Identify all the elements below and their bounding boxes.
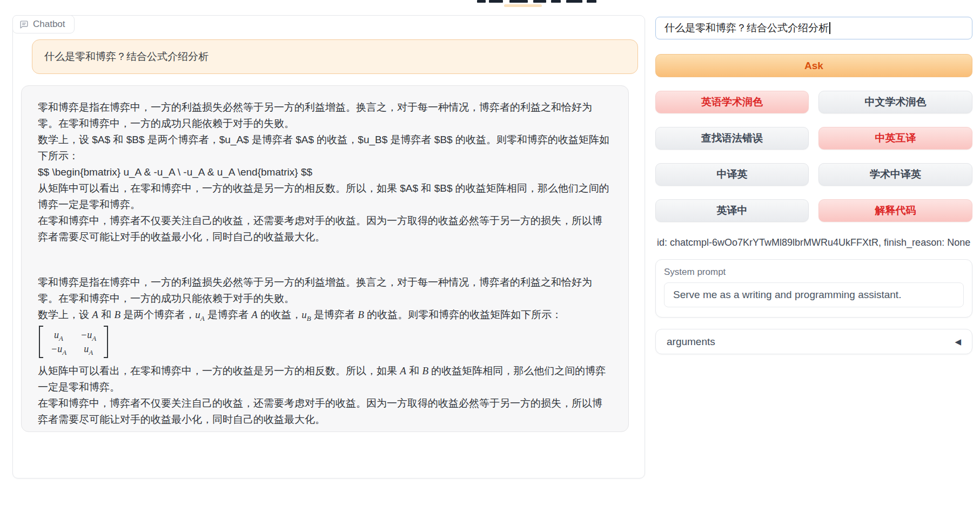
button-zh-to-en[interactable]: 中译英 (655, 163, 809, 186)
bot-paragraph: 在零和博弈中，博弈者不仅要关注自己的收益，还需要考虑对手的收益。因为一方取得的收… (38, 395, 612, 428)
button-en-to-zh[interactable]: 英译中 (655, 199, 809, 222)
system-prompt-card: System prompt Serve me as a writing and … (655, 259, 972, 318)
question-input-value: 什么是零和博弈？结合公式介绍分析 (664, 21, 829, 35)
chatbot-label-text: Chatbot (33, 19, 65, 30)
function-button-grid: 英语学术润色 中文学术润色 查找语法错误 中英互译 中译英 学术中译英 英译中 … (655, 91, 972, 222)
button-academic-zh-to-en[interactable]: 学术中译英 (818, 163, 972, 186)
matrix-cell: uA (51, 328, 66, 341)
accordion-collapsed-icon: ◀ (955, 337, 961, 347)
bot-paragraph: 零和博弈是指在博弈中，一方的利益损失必然等于另一方的利益增益。换言之，对于每一种… (38, 99, 612, 132)
button-explain-code[interactable]: 解释代码 (818, 199, 972, 222)
matrix-cell: uA (80, 342, 96, 355)
button-english-academic-polish[interactable]: 英语学术润色 (655, 91, 809, 113)
user-message-text: 什么是零和博弈？结合公式介绍分析 (44, 50, 209, 64)
user-message-bubble: 什么是零和博弈？结合公式介绍分析 (32, 39, 638, 74)
button-chinese-academic-polish[interactable]: 中文学术润色 (818, 91, 972, 113)
message-gap (38, 245, 612, 274)
bot-message-bubble: 零和博弈是指在博弈中，一方的利益损失必然等于另一方的利益增益。换言之，对于每一种… (21, 85, 629, 432)
bot-message-raw: 零和博弈是指在博弈中，一方的利益损失必然等于另一方的利益增益。换言之，对于每一种… (38, 99, 612, 245)
button-find-grammar-errors[interactable]: 查找语法错误 (655, 127, 809, 150)
bot-paragraph: 零和博弈是指在博弈中，一方的利益损失必然等于另一方的利益增益。换言之，对于每一种… (38, 274, 612, 307)
system-prompt-label: System prompt (664, 267, 964, 278)
matrix-cell: −uA (51, 342, 66, 355)
bot-message-rendered: 零和博弈是指在博弈中，一方的利益损失必然等于另一方的利益增益。换言之，对于每一种… (38, 274, 612, 428)
chat-bubble-icon (19, 20, 29, 29)
math-uA: uA (195, 309, 204, 320)
system-prompt-value: Serve me as a writing and programming as… (673, 289, 901, 301)
bot-paragraph-latex: $$ \begin{bmatrix} u_A & -u_A \ -u_A & u… (38, 164, 612, 180)
chatbot-label: Chatbot (12, 15, 75, 33)
bot-paragraph: 在零和博弈中，博弈者不仅要关注自己的收益，还需要考虑对手的收益。因为一方取得的收… (38, 213, 612, 245)
matrix-cell: −uA (80, 328, 96, 341)
bot-paragraph: 数学上，设 A 和 B 是两个博弈者，uA 是博弈者 A 的收益，uB 是博弈者… (38, 307, 612, 323)
arguments-accordion-label: arguments (667, 336, 715, 348)
bot-paragraph: 从矩阵中可以看出，在零和博弈中，一方的收益是另一方的相反数。所以，如果 A 和 … (38, 363, 612, 395)
bot-paragraph: 数学上，设 $A$ 和 $B$ 是两个博弈者，$u_A$ 是博弈者 $A$ 的收… (38, 132, 612, 164)
text-caret (829, 22, 830, 34)
arguments-accordion[interactable]: arguments ◀ (655, 329, 972, 354)
chatbot-panel: Chatbot 什么是零和博弈？结合公式介绍分析 零和博弈是指在博弈中，一方的利… (12, 15, 645, 478)
math-uB: uB (301, 309, 311, 320)
app-page: Chatbot 什么是零和博弈？结合公式介绍分析 零和博弈是指在博弈中，一方的利… (0, 0, 980, 519)
matrix-bracket-right (104, 326, 108, 358)
clipped-page-title (475, 0, 605, 3)
button-zh-en-translate[interactable]: 中英互译 (818, 127, 972, 150)
ask-button[interactable]: Ask (655, 54, 972, 77)
payoff-matrix: uA −uA −uA uA (39, 326, 108, 358)
matrix-bracket-left (39, 326, 43, 358)
clipped-title-highlight (504, 4, 542, 7)
system-prompt-input[interactable]: Serve me as a writing and programming as… (664, 282, 964, 307)
bot-paragraph: 从矩阵中可以看出，在零和博弈中，一方的收益是另一方的相反数。所以，如果 $A$ … (38, 180, 612, 213)
question-input[interactable]: 什么是零和博弈？结合公式介绍分析 (655, 17, 972, 39)
response-status-text: id: chatcmpl-6wOo7KrYTwMl89lbrMWRu4UkFFX… (657, 237, 970, 248)
